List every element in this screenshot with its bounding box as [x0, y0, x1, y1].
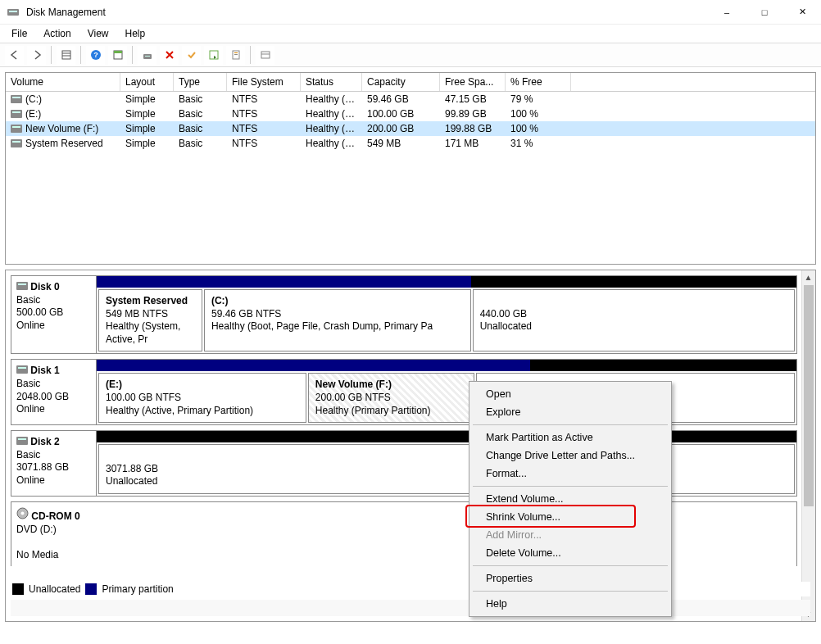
volume-name: (C:): [25, 93, 42, 105]
context-menu-item[interactable]: Change Drive Letter and Paths...: [471, 447, 669, 465]
disk-size: 500.00 GB: [16, 306, 63, 318]
volume-layout: Simple: [120, 107, 174, 120]
disk-name: CD-ROM 0: [31, 510, 79, 522]
legend: Unallocated Primary partition: [11, 582, 810, 596]
partition-unallocated-0[interactable]: 440.00 GB Unallocated: [473, 289, 795, 351]
disk-name: Disk 2: [30, 436, 59, 447]
menu-view[interactable]: View: [79, 26, 117, 41]
volume-name: (E:): [25, 108, 41, 120]
disk-state: No Media: [16, 549, 58, 560]
menu-action[interactable]: Action: [35, 26, 79, 41]
context-menu-item[interactable]: Open: [471, 385, 669, 403]
disk-size: 2048.00 GB: [16, 391, 69, 402]
scroll-up-icon[interactable]: ▲: [802, 271, 814, 283]
toolbar-separator: [250, 46, 251, 64]
volume-free: 171 MB: [440, 137, 506, 150]
volume-pctfree: 100 %: [506, 122, 571, 135]
disk-bar: [97, 431, 796, 442]
context-menu-item[interactable]: Add Mirror...: [471, 526, 669, 544]
menu-file[interactable]: File: [3, 26, 35, 41]
col-status[interactable]: Status: [301, 73, 362, 91]
col-spacer: [571, 73, 815, 91]
delete-button[interactable]: [160, 46, 179, 65]
disk-type: DVD (D:): [16, 524, 57, 535]
close-button[interactable]: ✕: [783, 0, 821, 25]
volume-row[interactable]: (E:)SimpleBasicNTFSHealthy (A...100.00 G…: [6, 107, 815, 121]
svg-text:?: ?: [93, 51, 98, 59]
disk-icon: [16, 282, 28, 290]
volume-fs: NTFS: [227, 137, 301, 150]
maximize-button[interactable]: □: [746, 0, 783, 25]
col-type[interactable]: Type: [174, 73, 227, 91]
partition-f[interactable]: New Volume (F:) 200.00 GB NTFS Healthy (…: [308, 373, 474, 423]
menu-help[interactable]: Help: [117, 26, 154, 41]
context-menu-item[interactable]: Extend Volume...: [471, 490, 669, 508]
svg-rect-1: [9, 11, 17, 12]
volume-row[interactable]: New Volume (F:)SimpleBasicNTFSHealthy (P…: [6, 121, 815, 136]
disk-diagram-panel: Disk 0 Basic 500.00 GB Online System Res…: [5, 270, 816, 622]
context-menu-item[interactable]: Shrink Volume...: [471, 508, 669, 526]
details-button[interactable]: [57, 46, 75, 65]
context-menu-item[interactable]: Help: [471, 595, 669, 613]
volume-free: 47.15 GB: [440, 93, 506, 106]
volume-pctfree: 31 %: [506, 137, 571, 150]
volume-type: Basic: [174, 93, 227, 106]
col-layout[interactable]: Layout: [120, 73, 174, 91]
col-volume[interactable]: Volume: [6, 73, 120, 91]
volume-layout: Simple: [120, 93, 174, 106]
volume-type: Basic: [174, 122, 227, 135]
col-pctfree[interactable]: % Free: [506, 73, 571, 91]
partition-e[interactable]: (E:) 100.00 GB NTFS Healthy (Active, Pri…: [98, 373, 306, 423]
legend-primary-label: Primary partition: [102, 583, 173, 595]
partition-unallocated-2[interactable]: 3071.88 GB Unallocated: [98, 444, 795, 494]
context-menu-item[interactable]: Properties: [471, 569, 669, 587]
status-bar: [11, 600, 810, 616]
ok-button[interactable]: [182, 46, 201, 65]
settings-button[interactable]: [138, 46, 156, 65]
volume-layout: Simple: [120, 137, 174, 150]
partition-system-reserved[interactable]: System Reserved 549 MB NTFS Healthy (Sys…: [98, 289, 202, 351]
forward-button[interactable]: [27, 46, 46, 65]
list-button[interactable]: [256, 46, 274, 65]
volume-capacity: 59.46 GB: [362, 93, 440, 106]
title-bar: Disk Management – □ ✕: [0, 0, 821, 25]
disk-row-0: Disk 0 Basic 500.00 GB Online System Res…: [11, 275, 797, 354]
legend-unallocated-swatch: [12, 583, 24, 595]
volume-free: 99.89 GB: [440, 107, 506, 120]
volume-row[interactable]: System ReservedSimpleBasicNTFSHealthy (S…: [6, 136, 815, 151]
col-filesystem[interactable]: File System: [227, 73, 301, 91]
legend-unallocated-label: Unallocated: [29, 583, 80, 595]
app-icon: [7, 6, 20, 19]
window-title: Disk Management: [26, 7, 708, 18]
context-menu-item[interactable]: Explore: [471, 403, 669, 421]
context-menu-separator: [473, 486, 668, 487]
context-menu-item[interactable]: Format...: [471, 465, 669, 483]
minimize-button[interactable]: –: [708, 0, 746, 25]
properties-button[interactable]: [226, 46, 245, 65]
context-menu-separator: [473, 424, 668, 425]
volume-name: System Reserved: [25, 138, 103, 149]
scrollbar-thumb[interactable]: [804, 285, 814, 506]
partition-c[interactable]: (C:) 59.46 GB NTFS Healthy (Boot, Page F…: [204, 289, 471, 351]
context-menu-item[interactable]: Delete Volume...: [471, 544, 669, 562]
context-menu-item[interactable]: Mark Partition as Active: [471, 429, 669, 447]
disk-icon: [11, 110, 22, 118]
volume-row[interactable]: (C:)SimpleBasicNTFSHealthy (B...59.46 GB…: [6, 92, 815, 107]
col-freespace[interactable]: Free Spa...: [440, 73, 506, 91]
disk-type: Basic: [16, 294, 40, 306]
volume-capacity: 200.00 GB: [362, 122, 440, 135]
toolbar: ?: [0, 43, 821, 67]
help-button[interactable]: ?: [86, 46, 105, 65]
vertical-scrollbar[interactable]: ▲ ▼: [801, 270, 815, 621]
view-button[interactable]: [108, 46, 127, 65]
refresh-button[interactable]: [204, 46, 223, 65]
volume-pctfree: 100 %: [506, 107, 571, 120]
volume-layout: Simple: [120, 122, 174, 135]
disk-name: Disk 1: [30, 365, 59, 376]
context-menu: OpenExploreMark Partition as ActiveChang…: [469, 381, 672, 617]
back-button[interactable]: [5, 46, 24, 65]
col-capacity[interactable]: Capacity: [362, 73, 440, 91]
disk-bar: [97, 276, 796, 288]
volume-status: Healthy (A...: [301, 107, 362, 120]
disk-row-cdrom: CD-ROM 0 DVD (D:) No Media: [11, 501, 797, 566]
